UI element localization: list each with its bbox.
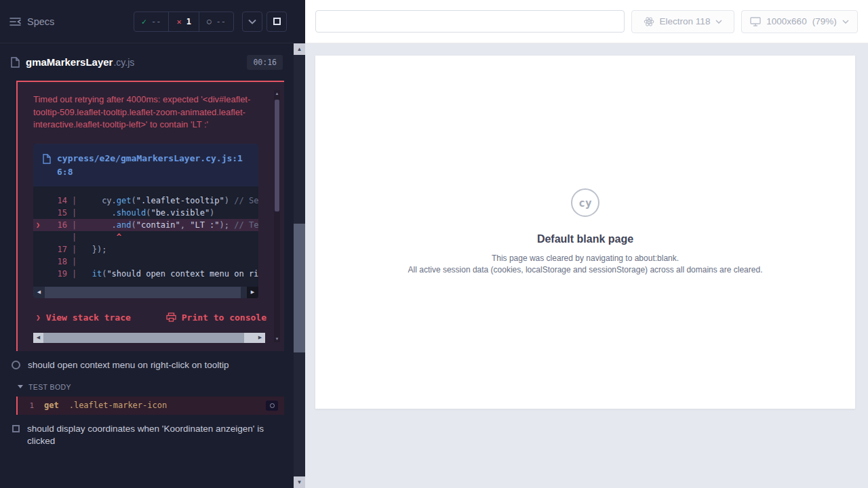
codeframe-horizontal-scrollbar: ◀ ▶	[33, 287, 258, 298]
blank-page-title: Default blank page	[537, 233, 633, 245]
code-file-icon	[43, 154, 51, 164]
cypress-logo: cy	[571, 188, 599, 217]
browser-selector[interactable]: Electron 118	[631, 10, 734, 33]
command-number: 1	[18, 401, 34, 410]
view-stack-trace-button[interactable]: ❯ View stack trace	[36, 312, 131, 323]
scroll-down-icon[interactable]: ▼	[294, 476, 305, 488]
command-method: get	[44, 401, 59, 410]
spec-header: gmaMarkersLayer.cy.js 00:16	[0, 43, 294, 81]
scroll-down-icon[interactable]: ▼	[274, 336, 280, 342]
scroll-right-icon[interactable]: ▶	[255, 333, 265, 343]
code-line: 17| });	[33, 243, 258, 256]
error-message: Timed out retrying after 4000ms: expecte…	[33, 94, 258, 131]
codeframe-file-link[interactable]: cypress/e2e/gmaMarkersLayer.cy.js:16:8	[33, 144, 258, 186]
aut-iframe-page: cy Default blank page This page was clea…	[315, 56, 855, 409]
address-bar-input[interactable]	[315, 10, 625, 33]
specs-list-toggle-icon[interactable]	[9, 17, 21, 26]
stack-trace-label: View stack trace	[46, 312, 131, 323]
command-indicator-icon	[270, 403, 275, 408]
codeframe-scroll-thumb[interactable]	[45, 287, 241, 298]
runner-toolbar: Electron 118 1000x660 (79%)	[305, 0, 868, 43]
test-pending-icon	[12, 425, 20, 432]
code-line: | ^	[33, 231, 258, 243]
error-actions: ❯ View stack trace Print to console	[36, 312, 267, 323]
print-console-label: Print to console	[182, 312, 267, 323]
code-line: 15| .should("be.visible")	[33, 207, 258, 219]
test-item-pending[interactable]: should display coordinates when 'Koordin…	[0, 415, 294, 453]
scroll-up-icon[interactable]: ▲	[274, 90, 280, 97]
stop-icon	[273, 18, 281, 25]
code-line: 18|	[33, 256, 258, 268]
error-horizontal-scrollbar: ◀ ▶	[33, 333, 265, 343]
passed-count: --	[151, 17, 161, 26]
print-to-console-button[interactable]: Print to console	[166, 312, 267, 323]
error-codeframe: cypress/e2e/gmaMarkersLayer.cy.js:16:8 1…	[33, 144, 258, 298]
cypress-runner: Specs ✓ -- ✕ 1 ○ --	[0, 0, 868, 488]
scroll-left-icon[interactable]: ◀	[33, 333, 43, 343]
chevron-down-icon	[18, 385, 23, 388]
chevron-down-icon	[248, 19, 256, 24]
scroll-track[interactable]	[241, 287, 247, 298]
scroll-right-icon[interactable]: ▶	[247, 287, 258, 298]
viewport-scale: (79%)	[812, 16, 837, 26]
scroll-track[interactable]	[244, 333, 255, 343]
stat-passed: ✓ --	[134, 12, 169, 31]
chevron-down-icon	[842, 20, 849, 24]
spec-duration-badge: 00:16	[247, 55, 283, 70]
aut-background: cy Default blank page This page was clea…	[305, 43, 868, 488]
error-scroll-thumb[interactable]	[43, 333, 244, 343]
chevron-right-icon: ❯	[36, 313, 41, 322]
command-log-row[interactable]: 1 get .leaflet-marker-icon	[16, 396, 284, 415]
spec-extension: .cy.js	[113, 57, 134, 68]
code-line: 14| cy.get(".leaflet-tooltip") // Sele	[33, 195, 258, 207]
code-line: 19| it("should open context menu on righ	[33, 268, 258, 280]
viewport-size: 1000x660	[766, 16, 806, 26]
stop-run-button[interactable]	[267, 12, 287, 32]
codeframe-lines: 14| cy.get(".leaflet-tooltip") // Sele 1…	[33, 186, 258, 283]
failed-count: 1	[186, 17, 191, 26]
print-icon	[166, 312, 176, 322]
viewport-selector[interactable]: 1000x660 (79%)	[741, 10, 858, 33]
scroll-up-icon[interactable]: ▲	[294, 43, 305, 55]
collapse-tests-button[interactable]	[242, 12, 262, 32]
reporter-scrollbar: ▲ ▼	[294, 43, 305, 488]
runner-main: Electron 118 1000x660 (79%) cy Default b…	[305, 0, 868, 488]
test-body-toggle[interactable]: TEST BODY	[0, 378, 294, 396]
stat-pending: ○ --	[199, 12, 233, 31]
electron-icon	[644, 16, 654, 27]
pending-count: --	[216, 17, 226, 26]
test-item-active[interactable]: should open context menu on right-click …	[0, 351, 294, 378]
code-line: ❯16| .and("contain", "LT :"); // Test	[33, 219, 258, 231]
reporter-header: Specs ✓ -- ✕ 1 ○ --	[0, 0, 294, 43]
blank-page-message-2: All active session data (cookies, localS…	[408, 264, 763, 276]
failed-icon: ✕	[176, 17, 181, 26]
test-body-label: TEST BODY	[28, 383, 71, 391]
spec-file-icon	[11, 57, 20, 68]
pending-icon: ○	[207, 17, 212, 26]
code-file-path: cypress/e2e/gmaMarkersLayer.cy.js:16:8	[57, 152, 249, 179]
specs-label[interactable]: Specs	[27, 16, 54, 27]
command-args: .leaflet-marker-icon	[69, 401, 167, 410]
error-vscroll-thumb[interactable]	[275, 100, 279, 211]
test-running-icon	[12, 361, 20, 369]
reporter-scroll-thumb[interactable]	[294, 224, 305, 352]
spec-name: gmaMarkersLayer	[26, 56, 113, 68]
reporter-body: Timed out retrying after 4000ms: expecte…	[0, 81, 294, 488]
test-title: should open context menu on right-click …	[28, 359, 267, 371]
test-stats: ✓ -- ✕ 1 ○ --	[134, 12, 234, 32]
browser-label: Electron 118	[660, 16, 711, 26]
reporter-sidebar: Specs ✓ -- ✕ 1 ○ --	[0, 0, 305, 488]
stat-failed: ✕ 1	[168, 12, 198, 31]
chevron-down-icon	[715, 20, 722, 24]
error-vertical-scrollbar: ▲ ▼	[274, 90, 280, 342]
blank-page-message-1: This page was cleared by navigating to a…	[492, 253, 679, 264]
failed-attempt-panel: Timed out retrying after 4000ms: expecte…	[16, 81, 284, 351]
test-title: should display coordinates when 'Koordin…	[27, 423, 266, 447]
command-indicator-badge	[266, 401, 278, 411]
scroll-left-icon[interactable]: ◀	[33, 287, 45, 298]
passed-icon: ✓	[142, 17, 146, 26]
viewport-icon	[750, 17, 761, 26]
